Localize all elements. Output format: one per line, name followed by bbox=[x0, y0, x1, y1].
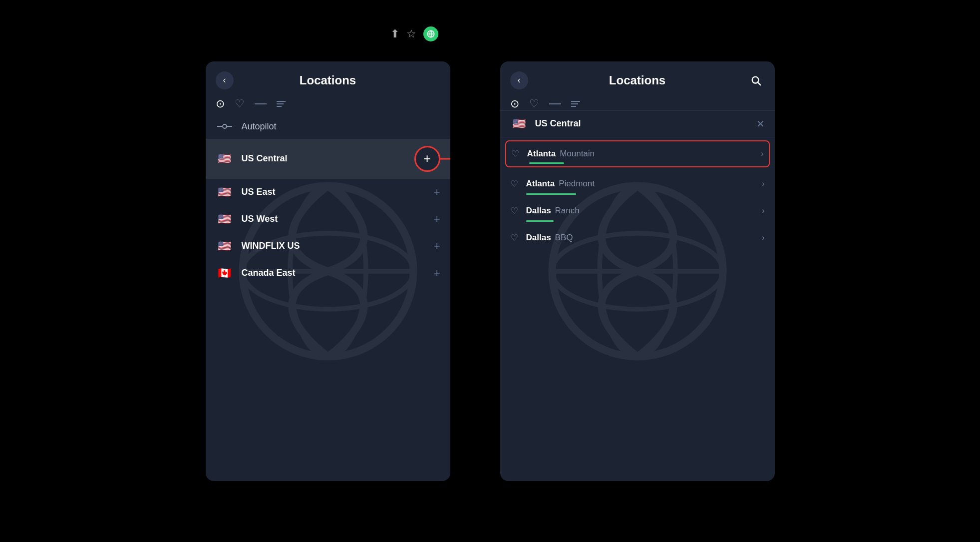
expanded-country-close[interactable]: ✕ bbox=[756, 118, 765, 130]
left-panel-header: ‹ Locations bbox=[206, 61, 450, 97]
list-item-us-central[interactable]: 🇺🇸 US Central + bbox=[206, 139, 450, 179]
atlanta-mountain-city: Atlanta bbox=[527, 149, 556, 159]
right-tab-filter[interactable] bbox=[571, 101, 580, 107]
windflix-flag: 🇺🇸 bbox=[216, 240, 234, 252]
autopilot-icon bbox=[216, 124, 234, 129]
right-back-button[interactable]: ‹ bbox=[510, 71, 528, 89]
canada-east-add-icon[interactable]: + bbox=[434, 267, 440, 280]
atlanta-mountain-chevron-icon: › bbox=[761, 149, 763, 158]
atlanta-piedmont-signal-bar bbox=[526, 193, 576, 195]
list-item-us-east[interactable]: 🇺🇸 US East + bbox=[206, 179, 450, 206]
left-back-button[interactable]: ‹ bbox=[216, 71, 234, 89]
right-tab-divider bbox=[549, 103, 561, 104]
autopilot-label: Autopilot bbox=[242, 121, 440, 132]
sub-item-dallas-ranch[interactable]: ♡ Dallas Ranch › bbox=[500, 197, 775, 224]
right-sub-list: ♡ Atlanta Mountain › ♡ Atlanta Piedmont … bbox=[500, 137, 775, 481]
canada-flag: 🇨🇦 bbox=[216, 267, 234, 279]
us-east-label: US East bbox=[242, 187, 434, 197]
us-west-flag: 🇺🇸 bbox=[216, 213, 234, 225]
dallas-ranch-signal-bar bbox=[526, 220, 554, 222]
browser-toolbar: ⬆ ☆ bbox=[390, 26, 438, 41]
windflix-add-icon[interactable]: + bbox=[434, 240, 440, 253]
list-item-autopilot[interactable]: Autopilot bbox=[206, 114, 450, 139]
us-west-add-icon[interactable]: + bbox=[434, 213, 440, 226]
dallas-ranch-city: Dallas bbox=[526, 206, 551, 216]
right-panel-header: ‹ Locations bbox=[500, 61, 775, 97]
us-central-add-button[interactable]: + bbox=[414, 146, 440, 172]
canada-east-label: Canada East bbox=[242, 268, 434, 278]
dallas-ranch-name: Ranch bbox=[555, 206, 580, 216]
left-panel-title: Locations bbox=[300, 73, 356, 87]
dallas-bbq-heart-icon[interactable]: ♡ bbox=[510, 232, 518, 243]
left-tab-compass[interactable]: ⊙ bbox=[216, 97, 225, 110]
list-item-windflix[interactable]: 🇺🇸 WINDFLIX US + bbox=[206, 233, 450, 260]
dallas-ranch-heart-icon[interactable]: ♡ bbox=[510, 205, 518, 216]
dallas-bbq-city: Dallas bbox=[526, 233, 551, 243]
dallas-bbq-name: BBQ bbox=[555, 233, 573, 243]
right-panel-title: Locations bbox=[609, 73, 665, 87]
expanded-country-header: 🇺🇸 US Central ✕ bbox=[500, 110, 775, 137]
list-item-us-west[interactable]: 🇺🇸 US West + bbox=[206, 206, 450, 233]
right-locations-panel: ‹ Locations ⊙ ♡ bbox=[500, 61, 775, 481]
right-tab-compass[interactable]: ⊙ bbox=[510, 97, 519, 110]
sub-item-atlanta-mountain[interactable]: ♡ Atlanta Mountain › bbox=[505, 140, 770, 167]
expanded-country-flag: 🇺🇸 bbox=[510, 118, 528, 130]
atlanta-piedmont-chevron-icon: › bbox=[762, 179, 764, 188]
sub-item-atlanta-piedmont[interactable]: ♡ Atlanta Piedmont › bbox=[500, 170, 775, 197]
atlanta-mountain-signal-bar bbox=[529, 162, 564, 164]
dallas-bbq-chevron-icon: › bbox=[762, 233, 764, 242]
atlanta-piedmont-heart-icon[interactable]: ♡ bbox=[510, 178, 518, 189]
atlanta-mountain-heart-icon[interactable]: ♡ bbox=[511, 148, 519, 159]
us-east-add-icon[interactable]: + bbox=[434, 186, 440, 199]
arrow-line bbox=[440, 158, 450, 159]
us-central-label: US Central bbox=[242, 153, 414, 164]
bookmark-icon[interactable]: ☆ bbox=[406, 27, 416, 40]
left-tab-heart[interactable]: ♡ bbox=[235, 97, 245, 110]
dallas-ranch-chevron-icon: › bbox=[762, 206, 764, 215]
left-tab-divider bbox=[255, 103, 267, 104]
right-search-button[interactable] bbox=[747, 71, 765, 89]
atlanta-mountain-name: Mountain bbox=[560, 149, 595, 159]
svg-line-11 bbox=[758, 82, 760, 85]
us-west-label: US West bbox=[242, 214, 434, 224]
left-locations-panel: ‹ Locations ⊙ ♡ bbox=[206, 61, 450, 481]
list-item-canada-east[interactable]: 🇨🇦 Canada East + bbox=[206, 260, 450, 287]
expanded-country-label: US Central bbox=[535, 118, 756, 129]
right-panel-tabs: ⊙ ♡ bbox=[500, 97, 775, 110]
left-tab-filter[interactable] bbox=[277, 101, 286, 107]
windflix-label: WINDFLIX US bbox=[242, 241, 434, 251]
atlanta-piedmont-city: Atlanta bbox=[526, 179, 555, 189]
us-central-flag: 🇺🇸 bbox=[216, 153, 234, 165]
us-east-flag: 🇺🇸 bbox=[216, 186, 234, 198]
right-tab-heart[interactable]: ♡ bbox=[529, 97, 539, 110]
left-panel-list: Autopilot 🇺🇸 US Central + bbox=[206, 110, 450, 481]
atlanta-piedmont-name: Piedmont bbox=[559, 179, 595, 189]
left-panel-tabs: ⊙ ♡ bbox=[206, 97, 450, 110]
share-icon[interactable]: ⬆ bbox=[390, 27, 399, 40]
sub-item-dallas-bbq[interactable]: ♡ Dallas BBQ › bbox=[500, 224, 775, 251]
vpn-status-icon[interactable] bbox=[423, 26, 438, 41]
